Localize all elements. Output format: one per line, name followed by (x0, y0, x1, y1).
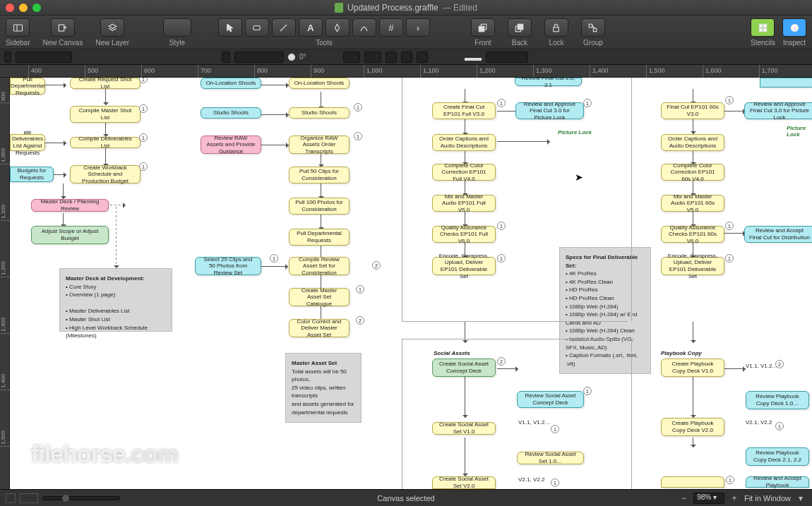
prop-stroke-style-b[interactable] (401, 52, 412, 63)
tool-point[interactable] (352, 18, 376, 37)
tool-shape[interactable] (245, 18, 269, 37)
new-canvas-button[interactable] (51, 18, 75, 37)
rotation-knob-icon[interactable] (288, 54, 295, 61)
new-layer-button[interactable] (100, 18, 124, 37)
flow-node[interactable]: Create Social Asset Set V2.0 (432, 476, 496, 489)
tool-pen[interactable] (326, 18, 350, 37)
flow-node[interactable]: On-Location Shoots (201, 78, 261, 89)
flow-node[interactable]: Complete Color Correction EP101 60s V4.0 (661, 164, 724, 181)
inspect-button[interactable]: i (782, 18, 806, 37)
flow-node[interactable]: Adjust Scope or Adjust Budget (31, 226, 109, 244)
send-back-button[interactable] (508, 18, 532, 37)
style-swatch-button[interactable] (163, 18, 191, 37)
stencils-button[interactable] (751, 18, 775, 37)
flow-node[interactable]: Master Deck / Planning Review (31, 199, 109, 212)
tool-line[interactable] (272, 18, 296, 37)
divider (402, 339, 402, 489)
flow-node[interactable]: Pull Departmental Requests (289, 229, 350, 246)
flow-node[interactable]: Quality Assurance Checks EP101 Full V6.0 (432, 226, 496, 243)
flow-node[interactable]: Select 25 Clips and 50 Photos from Revie… (195, 257, 261, 275)
canvas[interactable]: Pull Departmental Requests Create Reques… (10, 78, 812, 489)
flow-node[interactable]: Quality Assurance Checks EP101 60s V6.0 (661, 226, 724, 243)
flow-node[interactable]: Budgets for Requests (10, 167, 54, 182)
zoom-slider[interactable] (42, 496, 120, 500)
flow-node[interactable]: Studio Shoots (289, 107, 350, 119)
svg-rect-0 (13, 25, 22, 31)
flow-node[interactable]: Create Request Shot List (70, 78, 141, 89)
flow-node[interactable]: Pull 50 Clips for Consideration (289, 167, 350, 183)
flow-node[interactable]: Review and Approve Final Cut 3.0 for Pic… (744, 102, 812, 119)
lock-button[interactable] (544, 18, 568, 37)
flow-node[interactable]: Create Social Asset Set V1.0 (432, 422, 496, 435)
flow-node[interactable]: Create Master Asset Set Catalogue (289, 288, 350, 306)
flow-node[interactable]: Color Correct and Deliver Master Asset S… (289, 319, 350, 337)
flow-node[interactable]: Create Playbook Copy Deck V2.0 (661, 418, 724, 436)
ruler-tick: 1,200 (477, 65, 496, 78)
flow-node[interactable] (661, 476, 724, 488)
flow-node[interactable]: Review Social Asset Set 1.0… (517, 452, 584, 464)
maximize-icon[interactable] (32, 4, 41, 12)
flow-node[interactable]: Review Social Asset Concept Deck (517, 391, 584, 408)
flow-node[interactable]: ate Deliverables List Against Requests (10, 134, 45, 151)
prop-stroke-style-a[interactable] (386, 52, 397, 63)
tool-grid[interactable]: # (379, 18, 403, 37)
flow-node[interactable]: Review and Accept Final Cut for Distribu… (744, 226, 812, 243)
flow-node[interactable]: Pull 100 Photos for Consideration (289, 198, 350, 215)
flow-node[interactable]: Final Cut EP101 60s V3.0 (661, 102, 724, 119)
chevron-down-icon[interactable]: ▾ (795, 493, 806, 504)
tool-select[interactable] (218, 18, 242, 37)
flow-node[interactable]: Create Workback Schedule and Production … (70, 165, 141, 183)
master-deck-note[interactable]: Master Deck at Development: • Core Story… (59, 268, 172, 332)
master-asset-note[interactable]: Master Asset Set Total assets will be 50… (285, 353, 362, 423)
zoom-select[interactable]: 98% ▾ (693, 493, 724, 504)
prop-line-weight[interactable] (486, 52, 528, 63)
flow-node[interactable]: Pull Departmental Requests (10, 78, 45, 95)
close-icon[interactable] (6, 4, 14, 12)
flow-node[interactable]: Review Playbook Copy Deck 1.0… (746, 391, 809, 409)
flow-node[interactable]: Complete Color Correction EP101 Full V4.… (432, 164, 496, 181)
prop-align-icon[interactable] (222, 52, 230, 63)
zoom-out-icon[interactable]: − (678, 493, 689, 504)
tool-text[interactable]: A (299, 18, 323, 37)
prop-fill[interactable] (343, 52, 360, 63)
prop-stroke[interactable] (364, 52, 381, 63)
canvas-overview-button[interactable] (6, 493, 16, 503)
flow-node[interactable]: Review and Approve Final Cut 3.0 for Pic… (515, 102, 584, 119)
prop-align-select[interactable] (234, 52, 284, 63)
flow-node[interactable]: Order Captions and Audio Descriptions (661, 134, 724, 151)
flow-node[interactable] (760, 78, 812, 88)
minimize-icon[interactable] (19, 4, 28, 12)
bring-front-button[interactable] (471, 18, 495, 37)
flow-node[interactable]: Create Social Asset Concept Deck (432, 359, 496, 377)
presentation-button[interactable] (20, 493, 38, 503)
flow-node[interactable]: Review Final Cut 2.0, 2.1 (515, 78, 582, 86)
specs-note[interactable]: Specs for Final Deliverable Set: • 4K Pr… (559, 247, 651, 374)
flow-node[interactable]: Review Playbook Copy Deck 2.1, 2.2 (746, 447, 809, 466)
flow-node[interactable]: Compile Review Asset Set for Considerati… (289, 257, 350, 275)
flow-node[interactable]: Order Captions and Audio Descriptions (432, 134, 496, 151)
flow-node[interactable]: Compile Deliverables List (70, 137, 141, 148)
prop-font[interactable] (16, 52, 72, 63)
flow-node[interactable]: Studio Shoots (201, 107, 261, 119)
connector (116, 205, 117, 268)
ruler-vertical: 900 1,000 1,100 1,200 1,300 1,400 1,500 (0, 78, 10, 489)
flow-node[interactable]: Compile Master Shot List (70, 106, 141, 123)
flow-node[interactable]: Create Final Cut EP101 Full V3.0 (432, 102, 496, 119)
flow-node[interactable]: Review and Accept Playbook (746, 476, 809, 488)
note-line: • High Level Workback Schedule (Mileston… (66, 325, 148, 339)
flow-node[interactable]: On-Location Shoots (289, 78, 350, 89)
flow-node[interactable]: Create Playbook Copy Deck V1.0 (661, 359, 724, 377)
prop-ruler-toggle[interactable] (4, 52, 11, 63)
sidebar-toggle-button[interactable] (6, 18, 30, 37)
fit-window-button[interactable]: Fit in Window (744, 494, 791, 502)
flow-node[interactable]: Mix and Master Audio EP101 60s V5.0 (661, 195, 724, 212)
flow-node[interactable]: Review RAW Assets and Provide Guidance (201, 135, 261, 154)
flow-node[interactable]: Organize RAW Assets Order Transcripts (289, 135, 350, 154)
flow-node[interactable]: Mix and Master Audio EP101 Full V5.0 (432, 195, 496, 212)
tool-browse[interactable]: › (406, 18, 430, 37)
prop-stroke-style-c[interactable] (417, 52, 428, 63)
zoom-in-icon[interactable]: + (729, 493, 740, 504)
flow-node[interactable]: Encode, Compress, Upload, Deliver EP101 … (661, 257, 724, 275)
flow-node[interactable]: Encode, Compress, Upload, Deliver EP101 … (432, 257, 496, 275)
group-button[interactable] (581, 18, 605, 37)
